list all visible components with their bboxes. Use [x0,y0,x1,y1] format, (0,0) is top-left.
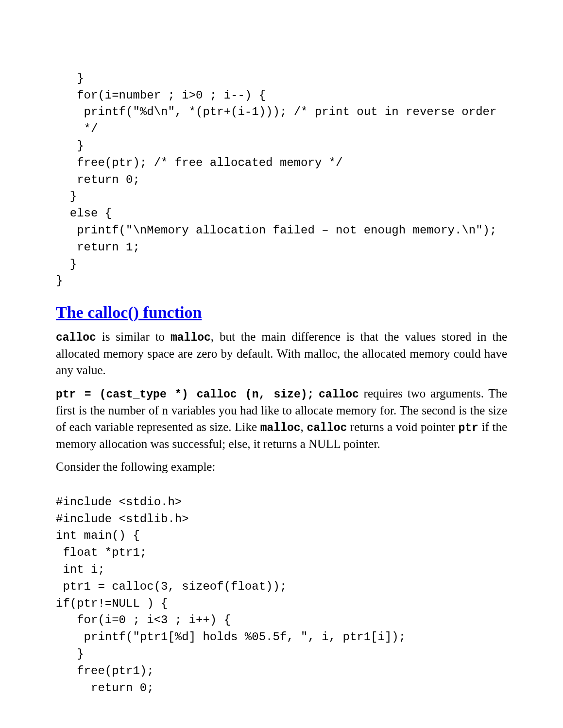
code-line: return 1; [56,241,140,254]
inline-code-calloc: calloc [56,331,96,344]
code-line: for(i=0 ; i<3 ; i++) { [56,613,231,627]
code-line: #include <stdlib.h> [56,513,189,526]
code-line: } [56,139,84,152]
text-span: , [301,420,307,433]
code-line: printf("\nMemory allocation failed – not… [56,224,496,237]
code-line: } [56,647,84,661]
code-line: } [56,258,77,271]
code-line: printf("%d\n", *(ptr+(i-1))); /* print o… [56,105,496,118]
code-line: if(ptr!=NULL ) { [56,597,168,610]
section-heading-calloc[interactable]: The calloc() function [56,303,507,322]
inline-code-malloc: malloc [260,422,301,434]
paragraph-1: calloc is similar to malloc, but the mai… [56,329,507,379]
paragraph-3: Consider the following example: [56,459,507,475]
code-block-1: } for(i=number ; i>0 ; i--) { printf("%d… [56,53,507,290]
code-line: return 0; [56,173,140,186]
code-line: printf("ptr1[%d] holds %05.5f, ", i, ptr… [56,630,406,644]
code-line: free(ptr); /* free allocated memory */ [56,156,343,169]
code-line: int main() { [56,529,140,542]
inline-code-calloc: calloc [307,422,347,434]
code-line: else { [56,207,112,220]
code-line: } [56,190,77,203]
inline-code-malloc: malloc [171,331,211,344]
code-line: } [56,274,63,287]
code-block-2: #include <stdio.h> #include <stdlib.h> i… [56,477,507,696]
paragraph-2: ptr = (cast_type *) calloc (n, size); ca… [56,385,507,452]
code-line: int i; [56,563,105,576]
text-span: is similar to [96,330,171,343]
code-line: return 0; [56,681,154,695]
code-line: free(ptr1); [56,664,154,678]
code-line: ptr1 = calloc(3, sizeof(float)); [56,580,287,593]
code-line: for(i=number ; i>0 ; i--) { [56,89,266,102]
code-line: } [56,72,84,85]
inline-code-calloc: calloc [319,388,359,401]
document-page: } for(i=number ; i>0 ; i--) { printf("%d… [0,0,563,726]
code-line: #include <stdio.h> [56,496,182,509]
inline-code-signature: ptr = (cast_type *) calloc (n, size); [56,388,314,401]
code-line: float *ptr1; [56,546,147,559]
inline-code-ptr: ptr [458,422,478,434]
code-line: */ [56,122,98,135]
text-span: returns a void pointer [347,420,458,433]
